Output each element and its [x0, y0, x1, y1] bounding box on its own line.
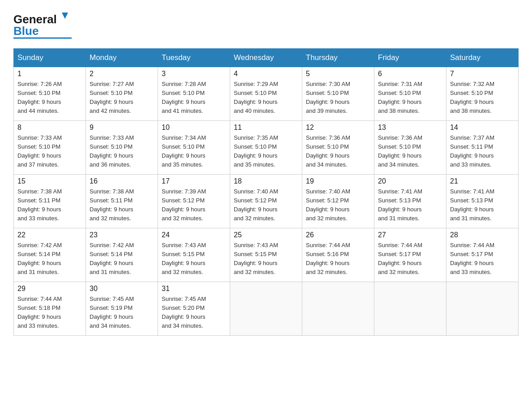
calendar-cell: 25 Sunrise: 7:43 AMSunset: 5:15 PMDaylig… [230, 228, 302, 282]
calendar-cell: 23 Sunrise: 7:42 AMSunset: 5:14 PMDaylig… [86, 228, 158, 282]
page-header: General Blue [13, 9, 519, 39]
day-number: 10 [162, 124, 226, 132]
day-number: 30 [90, 285, 154, 293]
calendar-cell [446, 282, 519, 336]
week-row-1: 1 Sunrise: 7:26 AMSunset: 5:10 PMDayligh… [14, 67, 519, 121]
day-info: Sunrise: 7:33 AMSunset: 5:10 PMDaylight:… [17, 133, 82, 170]
day-info: Sunrise: 7:40 AMSunset: 5:12 PMDaylight:… [234, 187, 298, 223]
day-info: Sunrise: 7:43 AMSunset: 5:15 PMDaylight:… [162, 241, 226, 277]
calendar-cell: 7 Sunrise: 7:32 AMSunset: 5:10 PMDayligh… [446, 67, 519, 121]
day-info: Sunrise: 7:27 AMSunset: 5:10 PMDaylight:… [90, 80, 154, 116]
calendar-cell: 28 Sunrise: 7:44 AMSunset: 5:17 PMDaylig… [446, 228, 519, 282]
weekday-header-sunday: Sunday [14, 49, 86, 67]
day-number: 22 [17, 231, 82, 239]
day-number: 17 [162, 177, 226, 185]
day-info: Sunrise: 7:39 AMSunset: 5:12 PMDaylight:… [162, 187, 226, 223]
day-info: Sunrise: 7:36 AMSunset: 5:10 PMDaylight:… [378, 133, 442, 170]
svg-text:Blue: Blue [13, 24, 39, 38]
week-row-2: 8 Sunrise: 7:33 AMSunset: 5:10 PMDayligh… [14, 121, 519, 175]
calendar-cell: 24 Sunrise: 7:43 AMSunset: 5:15 PMDaylig… [158, 228, 230, 282]
day-info: Sunrise: 7:41 AMSunset: 5:13 PMDaylight:… [378, 187, 442, 223]
calendar-table: SundayMondayTuesdayWednesdayThursdayFrid… [13, 48, 519, 336]
day-number: 2 [90, 70, 154, 78]
calendar-cell: 5 Sunrise: 7:30 AMSunset: 5:10 PMDayligh… [302, 67, 374, 121]
day-number: 5 [306, 70, 370, 78]
calendar-cell: 6 Sunrise: 7:31 AMSunset: 5:10 PMDayligh… [374, 67, 446, 121]
calendar-cell: 4 Sunrise: 7:29 AMSunset: 5:10 PMDayligh… [230, 67, 302, 121]
day-number: 23 [90, 231, 154, 239]
day-number: 25 [234, 231, 298, 239]
day-info: Sunrise: 7:29 AMSunset: 5:10 PMDaylight:… [234, 80, 298, 116]
day-number: 21 [450, 177, 515, 185]
day-number: 12 [306, 124, 370, 132]
day-info: Sunrise: 7:35 AMSunset: 5:10 PMDaylight:… [234, 133, 298, 170]
calendar-cell: 26 Sunrise: 7:44 AMSunset: 5:16 PMDaylig… [302, 228, 374, 282]
day-info: Sunrise: 7:40 AMSunset: 5:12 PMDaylight:… [306, 187, 370, 223]
day-info: Sunrise: 7:38 AMSunset: 5:11 PMDaylight:… [90, 187, 154, 223]
calendar-cell: 31 Sunrise: 7:45 AMSunset: 5:20 PMDaylig… [158, 282, 230, 336]
calendar-cell: 8 Sunrise: 7:33 AMSunset: 5:10 PMDayligh… [14, 121, 86, 175]
weekday-header-wednesday: Wednesday [230, 49, 302, 67]
day-info: Sunrise: 7:31 AMSunset: 5:10 PMDaylight:… [378, 80, 442, 116]
day-number: 14 [450, 124, 515, 132]
calendar-body: 1 Sunrise: 7:26 AMSunset: 5:10 PMDayligh… [14, 67, 519, 336]
day-info: Sunrise: 7:38 AMSunset: 5:11 PMDaylight:… [17, 187, 82, 223]
weekday-header-monday: Monday [86, 49, 158, 67]
day-number: 4 [234, 70, 298, 78]
day-info: Sunrise: 7:33 AMSunset: 5:10 PMDaylight:… [90, 133, 154, 170]
day-info: Sunrise: 7:42 AMSunset: 5:14 PMDaylight:… [17, 241, 82, 277]
svg-marker-1 [62, 13, 68, 19]
calendar-cell: 29 Sunrise: 7:44 AMSunset: 5:18 PMDaylig… [14, 282, 86, 336]
weekday-header-friday: Friday [374, 49, 446, 67]
day-number: 19 [306, 177, 370, 185]
calendar-cell: 18 Sunrise: 7:40 AMSunset: 5:12 PMDaylig… [230, 175, 302, 228]
day-info: Sunrise: 7:30 AMSunset: 5:10 PMDaylight:… [306, 80, 370, 116]
calendar-cell: 22 Sunrise: 7:42 AMSunset: 5:14 PMDaylig… [14, 228, 86, 282]
day-info: Sunrise: 7:28 AMSunset: 5:10 PMDaylight:… [162, 80, 226, 116]
week-row-3: 15 Sunrise: 7:38 AMSunset: 5:11 PMDaylig… [14, 175, 519, 228]
day-number: 15 [17, 177, 82, 185]
calendar-cell: 9 Sunrise: 7:33 AMSunset: 5:10 PMDayligh… [86, 121, 158, 175]
calendar-cell: 11 Sunrise: 7:35 AMSunset: 5:10 PMDaylig… [230, 121, 302, 175]
day-number: 1 [17, 70, 82, 78]
calendar-cell: 15 Sunrise: 7:38 AMSunset: 5:11 PMDaylig… [14, 175, 86, 228]
day-info: Sunrise: 7:42 AMSunset: 5:14 PMDaylight:… [90, 241, 154, 277]
day-info: Sunrise: 7:41 AMSunset: 5:13 PMDaylight:… [450, 187, 515, 223]
calendar-cell: 10 Sunrise: 7:34 AMSunset: 5:10 PMDaylig… [158, 121, 230, 175]
calendar-cell [230, 282, 302, 336]
day-info: Sunrise: 7:45 AMSunset: 5:20 PMDaylight:… [162, 295, 226, 331]
day-number: 3 [162, 70, 226, 78]
calendar-cell: 17 Sunrise: 7:39 AMSunset: 5:12 PMDaylig… [158, 175, 230, 228]
day-number: 24 [162, 231, 226, 239]
logo-svg: General Blue [13, 9, 72, 39]
calendar-cell: 14 Sunrise: 7:37 AMSunset: 5:11 PMDaylig… [446, 121, 519, 175]
day-number: 9 [90, 124, 154, 132]
day-info: Sunrise: 7:44 AMSunset: 5:16 PMDaylight:… [306, 241, 370, 277]
day-info: Sunrise: 7:44 AMSunset: 5:17 PMDaylight:… [450, 241, 515, 277]
calendar-cell: 3 Sunrise: 7:28 AMSunset: 5:10 PMDayligh… [158, 67, 230, 121]
day-number: 6 [378, 70, 442, 78]
calendar-cell: 21 Sunrise: 7:41 AMSunset: 5:13 PMDaylig… [446, 175, 519, 228]
weekday-header-thursday: Thursday [302, 49, 374, 67]
weekday-header-tuesday: Tuesday [158, 49, 230, 67]
week-row-4: 22 Sunrise: 7:42 AMSunset: 5:14 PMDaylig… [14, 228, 519, 282]
day-number: 13 [378, 124, 442, 132]
day-number: 20 [378, 177, 442, 185]
calendar-cell: 1 Sunrise: 7:26 AMSunset: 5:10 PMDayligh… [14, 67, 86, 121]
calendar-cell [374, 282, 446, 336]
calendar-cell: 20 Sunrise: 7:41 AMSunset: 5:13 PMDaylig… [374, 175, 446, 228]
logo: General Blue [13, 9, 72, 39]
calendar-cell: 16 Sunrise: 7:38 AMSunset: 5:11 PMDaylig… [86, 175, 158, 228]
day-number: 18 [234, 177, 298, 185]
calendar-cell: 2 Sunrise: 7:27 AMSunset: 5:10 PMDayligh… [86, 67, 158, 121]
week-row-5: 29 Sunrise: 7:44 AMSunset: 5:18 PMDaylig… [14, 282, 519, 336]
day-number: 7 [450, 70, 515, 78]
calendar-cell: 19 Sunrise: 7:40 AMSunset: 5:12 PMDaylig… [302, 175, 374, 228]
weekday-header-row: SundayMondayTuesdayWednesdayThursdayFrid… [14, 49, 519, 67]
calendar-cell: 12 Sunrise: 7:36 AMSunset: 5:10 PMDaylig… [302, 121, 374, 175]
day-number: 16 [90, 177, 154, 185]
day-info: Sunrise: 7:44 AMSunset: 5:17 PMDaylight:… [378, 241, 442, 277]
day-number: 11 [234, 124, 298, 132]
calendar-header: SundayMondayTuesdayWednesdayThursdayFrid… [14, 49, 519, 67]
day-number: 26 [306, 231, 370, 239]
